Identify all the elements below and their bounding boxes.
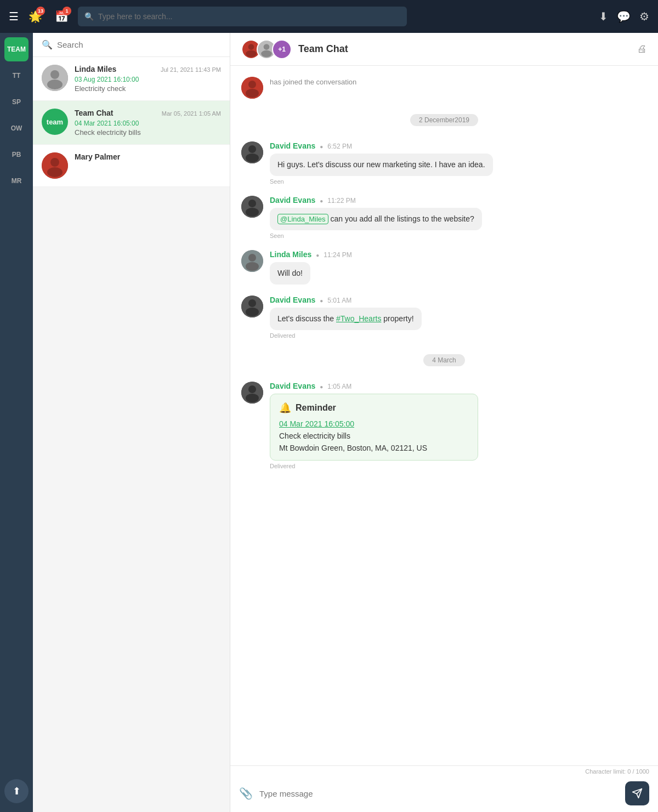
main-container: TEAM TT SP OW PB MR ⬆ 🔍 <box>0 33 658 812</box>
svg-point-23 <box>246 262 259 271</box>
msg-dot: ● <box>316 252 319 258</box>
msg-status: Seen <box>270 178 555 185</box>
msg-bubble: Let's discuss the #Two_Hearts property! <box>270 308 422 330</box>
sidebar-item-team[interactable]: TEAM <box>4 37 29 61</box>
msg-meta: David Evans ● 11:22 PM <box>270 196 555 205</box>
conversation-item-mary[interactable]: Mary Palmer <box>33 145 230 187</box>
reminder-card: 🔔 Reminder 04 Mar 2021 16:05:00 Check el… <box>270 394 478 461</box>
date-divider-march: 4 March <box>241 354 647 366</box>
msg-time: 11:24 PM <box>324 251 351 259</box>
sidebar-item-label: TT <box>13 72 21 80</box>
reminder-date-text: 04 Mar 2021 16:05:00 <box>279 419 354 428</box>
svg-point-14 <box>246 89 259 98</box>
chat-title: Team Chat <box>298 43 348 55</box>
msg-sender: David Evans <box>270 196 315 205</box>
message-row-reminder: David Evans ● 1:05 AM 🔔 Reminder 04 Mar … <box>241 382 647 469</box>
calendar-icon-container[interactable]: 📅 1 <box>52 7 71 26</box>
msg-avatar <box>241 382 263 404</box>
message-row-2: David Evans ● 11:22 PM @Linda_Miles can … <box>241 196 647 239</box>
svg-point-16 <box>248 145 256 153</box>
conversation-item-teamchat[interactable]: team Team Chat Mar 05, 2021 1:05 AM 04 M… <box>33 101 230 145</box>
svg-point-22 <box>248 254 256 262</box>
conv-content: Mary Palmer <box>75 152 221 163</box>
chat-input-area: Character limit: 0 / 1000 📎 <box>230 765 658 812</box>
reminder-title-text: Reminder <box>296 403 336 413</box>
svg-point-11 <box>261 50 272 56</box>
sidebar-item-label: MR <box>12 177 22 185</box>
msg-avatar <box>241 141 263 163</box>
date-divider-dec2019: 2 December2019 <box>241 114 647 126</box>
chat-icon[interactable]: 💬 <box>617 10 631 23</box>
avatar-count: +1 <box>272 39 292 59</box>
conv-name: Linda Miles <box>75 65 116 73</box>
search-icon: 🔍 <box>42 39 53 50</box>
avatar: team <box>42 109 68 135</box>
sidebar-item-pb[interactable]: PB <box>4 143 29 167</box>
msg-text-after: property! <box>383 314 413 323</box>
msg-content: David Evans ● 6:52 PM Hi guys. Let's dis… <box>270 141 555 185</box>
menu-icon[interactable]: ☰ <box>9 10 19 23</box>
char-limit: Character limit: 0 / 1000 <box>230 766 658 775</box>
msg-content: has joined the conversation <box>270 77 555 87</box>
msg-bubble: Hi guys. Let's discuss our new marketing… <box>270 154 493 176</box>
msg-sender: David Evans <box>270 382 315 390</box>
msg-content: Linda Miles ● 11:24 PM Will do! <box>270 250 555 285</box>
msg-meta: David Evans ● 5:01 AM <box>270 296 555 304</box>
sidebar-item-label: SP <box>12 98 21 106</box>
chat-avatars: +1 <box>241 39 292 59</box>
message-input[interactable] <box>259 789 619 798</box>
calendar-badge: 1 <box>63 7 71 15</box>
global-search-input[interactable] <box>98 12 400 21</box>
conversations-search-input[interactable] <box>57 40 221 49</box>
bell-icon: 🔔 <box>279 402 291 414</box>
send-button[interactable] <box>625 781 649 805</box>
sidebar-item-tt[interactable]: TT <box>4 64 29 88</box>
msg-time: 6:52 PM <box>327 143 352 150</box>
conversation-item-linda[interactable]: Linda Miles Jul 21, 2021 11:43 PM 03 Aug… <box>33 57 230 101</box>
msg-avatar <box>241 196 263 218</box>
chat-panel: +1 Team Chat 🖨 has joined the conversati… <box>230 33 658 812</box>
global-search-bar[interactable]: 🔍 <box>78 7 407 26</box>
message-row-1: David Evans ● 6:52 PM Hi guys. Let's dis… <box>241 141 647 185</box>
reminder-description: Check electricity bills <box>279 431 469 440</box>
conv-name: Team Chat <box>75 109 114 117</box>
print-icon[interactable]: 🖨 <box>637 43 647 54</box>
download-icon[interactable]: ⬇ <box>599 10 608 23</box>
svg-point-8 <box>246 50 257 56</box>
msg-status: Seen <box>270 232 555 239</box>
msg-bubble: @Linda_Miles can you add all the listing… <box>270 208 482 230</box>
conv-preview: Check electricity bills <box>75 128 221 137</box>
sidebar-item-label: TEAM <box>7 46 26 53</box>
msg-avatar <box>241 77 263 99</box>
sidebar-item-mr[interactable]: MR <box>4 169 29 193</box>
msg-sender: David Evans <box>270 296 315 304</box>
conv-date-green: 04 Mar 2021 16:05:00 <box>75 120 221 127</box>
upload-button[interactable]: ⬆ <box>4 779 29 803</box>
msg-content: David Evans ● 5:01 AM Let's discuss the … <box>270 296 555 339</box>
conv-date-green: 03 Aug 2021 16:10:00 <box>75 76 221 83</box>
mention-tag[interactable]: @Linda_Miles <box>277 214 328 224</box>
msg-content: David Evans ● 11:22 PM @Linda_Miles can … <box>270 196 555 239</box>
msg-dot: ● <box>320 198 323 204</box>
alert-icon-container[interactable]: 🌟 13 <box>25 7 45 26</box>
msg-text: can you add all the listings to the webs… <box>330 214 474 223</box>
settings-icon[interactable]: ⚙ <box>639 10 649 23</box>
messages-area: has joined the conversation 2 December20… <box>230 66 658 765</box>
msg-sender: David Evans <box>270 141 315 150</box>
attach-icon[interactable]: 📎 <box>239 787 253 800</box>
msg-status: Delivered <box>270 332 555 339</box>
date-label: 2 December2019 <box>410 114 478 126</box>
hashtag-link[interactable]: #Two_Hearts <box>336 314 381 323</box>
msg-time: 11:22 PM <box>327 197 355 205</box>
svg-point-10 <box>264 44 270 50</box>
msg-dot: ● <box>320 384 323 390</box>
conv-header: Mary Palmer <box>75 152 221 161</box>
sidebar-item-ow[interactable]: OW <box>4 116 29 140</box>
conv-preview: Electricity check <box>75 84 221 93</box>
conversations-search-bar[interactable]: 🔍 <box>33 33 230 57</box>
reminder-title: 🔔 Reminder <box>279 402 469 414</box>
svg-point-25 <box>248 299 256 307</box>
msg-time: 5:01 AM <box>327 297 351 304</box>
sidebar-item-sp[interactable]: SP <box>4 90 29 114</box>
svg-point-29 <box>246 394 259 402</box>
